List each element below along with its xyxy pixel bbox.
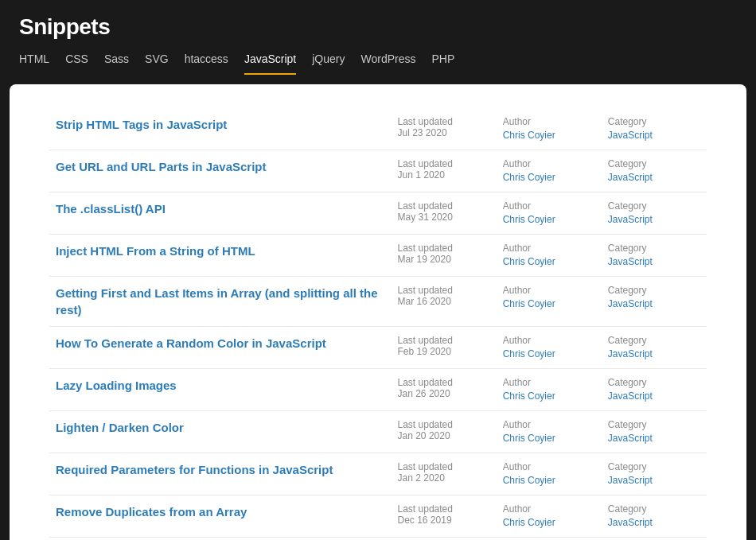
category-link[interactable]: JavaScript <box>608 475 653 486</box>
last-updated-label: Last updated <box>398 503 490 515</box>
nav-item-jquery[interactable]: jQuery <box>312 52 345 75</box>
category-label: Category <box>608 200 700 212</box>
table-row: KeyboardEvent Value (keyCodes, metaKey, … <box>49 538 707 541</box>
last-updated-value: Jun 1 2020 <box>398 169 490 181</box>
category-cell: CategoryJavaScript <box>602 327 707 369</box>
last-updated-label: Last updated <box>398 158 490 169</box>
author-cell: AuthorChris Coyier <box>497 192 602 235</box>
snippet-title-link[interactable]: Required Parameters for Functions in Jav… <box>56 461 385 478</box>
category-link[interactable]: JavaScript <box>608 517 653 528</box>
category-cell: CategoryJavaScript <box>602 369 707 411</box>
table-row: Lazy Loading ImagesLast updatedJan 26 20… <box>49 369 707 411</box>
snippet-title-link[interactable]: Getting First and Last Items in Array (a… <box>56 285 385 318</box>
category-link[interactable]: JavaScript <box>608 348 653 359</box>
table-row: Getting First and Last Items in Array (a… <box>49 277 707 327</box>
last-updated-value: Jul 23 2020 <box>398 127 490 138</box>
last-updated-value: Jan 26 2020 <box>398 388 490 399</box>
table-row: Remove Duplicates from an ArrayLast upda… <box>49 495 707 538</box>
snippet-title-link[interactable]: The .classList() API <box>56 200 385 217</box>
table-row: Get URL and URL Parts in JavaScriptLast … <box>49 150 707 192</box>
snippet-title-link[interactable]: Inject HTML From a String of HTML <box>56 243 385 259</box>
author-cell: AuthorChris Coyier <box>497 150 602 192</box>
author-link[interactable]: Chris Coyier <box>503 517 555 528</box>
updated-cell: Last updatedJan 26 2020 <box>392 369 497 411</box>
snippet-title-link[interactable]: Lighten / Darken Color <box>56 419 385 436</box>
snippet-title-link[interactable]: How To Generate a Random Color in JavaSc… <box>56 335 385 352</box>
nav-item-sass[interactable]: Sass <box>104 52 129 75</box>
author-link[interactable]: Chris Coyier <box>503 433 555 444</box>
author-link[interactable]: Chris Coyier <box>503 348 555 359</box>
nav-item-htaccess[interactable]: htaccess <box>185 52 228 75</box>
author-link[interactable]: Chris Coyier <box>503 172 555 183</box>
category-label: Category <box>608 419 700 430</box>
snippet-title-link[interactable]: Lazy Loading Images <box>56 377 385 394</box>
table-row: Strip HTML Tags in JavaScriptLast update… <box>49 108 707 150</box>
author-cell: AuthorChris Coyier <box>497 369 602 411</box>
table-row: How To Generate a Random Color in JavaSc… <box>49 327 707 369</box>
last-updated-label: Last updated <box>398 116 490 127</box>
category-link[interactable]: JavaScript <box>608 130 653 141</box>
last-updated-label: Last updated <box>398 335 490 346</box>
nav-item-css[interactable]: CSS <box>65 52 88 75</box>
author-label: Author <box>503 377 595 388</box>
category-cell: CategoryJavaScript <box>602 150 707 192</box>
author-label: Author <box>503 461 595 472</box>
last-updated-label: Last updated <box>398 285 490 296</box>
author-label: Author <box>503 503 595 515</box>
category-link[interactable]: JavaScript <box>608 433 653 444</box>
category-cell: CategoryJavaScript <box>602 108 707 150</box>
nav-item-html[interactable]: HTML <box>19 52 49 75</box>
author-label: Author <box>503 243 595 254</box>
category-cell: CategoryJavaScript <box>602 277 707 327</box>
author-link[interactable]: Chris Coyier <box>503 390 555 402</box>
author-cell: AuthorChris Coyier <box>497 327 602 369</box>
author-label: Author <box>503 419 595 430</box>
category-cell: CategoryJavaScript <box>602 235 707 277</box>
table-row: Lighten / Darken ColorLast updatedJan 20… <box>49 411 707 453</box>
author-label: Author <box>503 200 595 212</box>
last-updated-value: Mar 19 2020 <box>398 254 490 265</box>
updated-cell: Last updatedAug 14 2019 <box>392 538 497 541</box>
last-updated-label: Last updated <box>398 243 490 254</box>
updated-cell: Last updatedMar 16 2020 <box>392 277 497 327</box>
category-link[interactable]: JavaScript <box>608 298 653 309</box>
table-row: The .classList() APILast updatedMay 31 2… <box>49 192 707 235</box>
author-cell: AuthorChris Coyier <box>497 538 602 541</box>
author-cell: AuthorChris Coyier <box>497 495 602 538</box>
category-link[interactable]: JavaScript <box>608 256 653 267</box>
category-link[interactable]: JavaScript <box>608 390 653 402</box>
category-cell: CategoryJavaScript <box>602 411 707 453</box>
table-row: Required Parameters for Functions in Jav… <box>49 453 707 495</box>
category-label: Category <box>608 377 700 388</box>
last-updated-label: Last updated <box>398 377 490 388</box>
category-cell: CategoryJavaScript <box>602 192 707 235</box>
last-updated-value: Jan 20 2020 <box>398 430 490 441</box>
nav-item-javascript[interactable]: JavaScript <box>244 52 296 75</box>
updated-cell: Last updatedFeb 19 2020 <box>392 327 497 369</box>
last-updated-label: Last updated <box>398 200 490 212</box>
updated-cell: Last updatedJul 23 2020 <box>392 108 497 150</box>
category-link[interactable]: JavaScript <box>608 214 653 225</box>
author-cell: AuthorChris Coyier <box>497 235 602 277</box>
author-link[interactable]: Chris Coyier <box>503 214 555 225</box>
table-row: Inject HTML From a String of HTMLLast up… <box>49 235 707 277</box>
category-link[interactable]: JavaScript <box>608 172 653 183</box>
snippet-title-link[interactable]: Get URL and URL Parts in JavaScript <box>56 158 385 175</box>
updated-cell: Last updatedJun 1 2020 <box>392 150 497 192</box>
nav-item-wordpress[interactable]: WordPress <box>360 52 415 75</box>
author-link[interactable]: Chris Coyier <box>503 130 555 141</box>
category-label: Category <box>608 243 700 254</box>
author-link[interactable]: Chris Coyier <box>503 475 555 486</box>
last-updated-label: Last updated <box>398 419 490 430</box>
author-label: Author <box>503 335 595 346</box>
author-link[interactable]: Chris Coyier <box>503 298 555 309</box>
author-link[interactable]: Chris Coyier <box>503 256 555 267</box>
author-cell: AuthorChris Coyier <box>497 108 602 150</box>
nav-item-svg[interactable]: SVG <box>145 52 169 75</box>
last-updated-value: Dec 16 2019 <box>398 515 490 526</box>
category-label: Category <box>608 285 700 296</box>
snippet-title-link[interactable]: Remove Duplicates from an Array <box>56 503 385 520</box>
last-updated-value: Feb 19 2020 <box>398 346 490 357</box>
snippet-title-link[interactable]: Strip HTML Tags in JavaScript <box>56 116 385 133</box>
nav-item-php[interactable]: PHP <box>431 52 454 75</box>
